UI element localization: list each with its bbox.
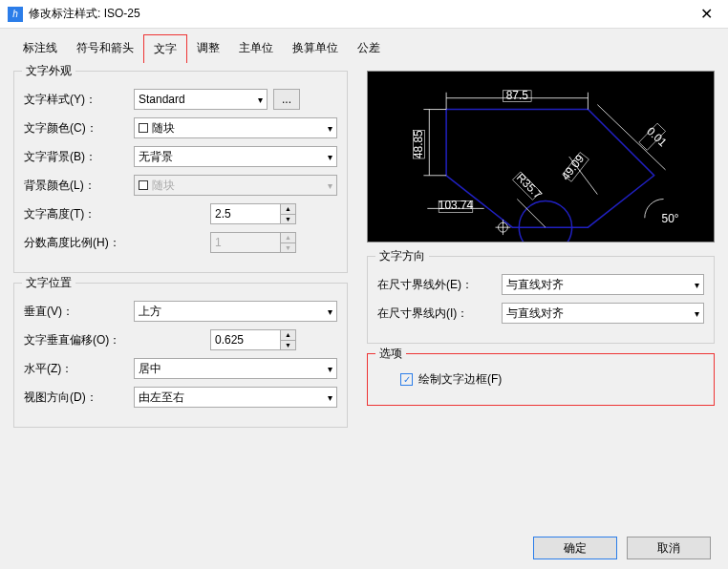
browse-style-button[interactable]: ...: [273, 89, 300, 110]
tab-bar: 标注线 符号和箭头 文字 调整 主单位 换算单位 公差: [0, 29, 728, 63]
spin-down-icon: ▼: [280, 215, 295, 224]
label-vertical: 垂直(V)：: [24, 304, 134, 320]
select-text-style[interactable]: Standard▾: [134, 89, 268, 110]
svg-text:87.5: 87.5: [506, 89, 528, 102]
chevron-down-icon: ▾: [328, 152, 332, 162]
tab-fit[interactable]: 调整: [187, 34, 229, 63]
chevron-down-icon: ▾: [328, 392, 332, 403]
cancel-button[interactable]: 取消: [627, 537, 711, 559]
svg-text:50°: 50°: [662, 212, 679, 225]
label-horizontal: 水平(Z)：: [24, 361, 134, 377]
color-swatch-icon: [139, 180, 148, 190]
select-vertical[interactable]: 上方▾: [134, 301, 337, 322]
spin-down-icon: ▼: [280, 243, 295, 253]
group-title-appearance: 文字外观: [22, 63, 75, 79]
tab-text[interactable]: 文字: [143, 34, 187, 63]
preview-pane: 87.5 48.85 0.01 R35.7 49.09 50° 103: [367, 71, 715, 242]
label-frac-scale: 分数高度比例(H)：: [24, 235, 210, 251]
group-direction: 文字方向 在尺寸界线外(E)： 与直线对齐▾ 在尺寸界线内(I)： 与直线对齐▾: [367, 256, 715, 344]
tab-arrows[interactable]: 符号和箭头: [67, 34, 143, 63]
svg-point-1: [519, 200, 571, 242]
spinner[interactable]: ▲▼: [280, 204, 295, 223]
ok-button[interactable]: 确定: [533, 537, 617, 559]
select-horizontal[interactable]: 居中▾: [134, 358, 337, 379]
close-button[interactable]: ✕: [693, 5, 720, 23]
tab-tol[interactable]: 公差: [348, 34, 390, 63]
spinner[interactable]: ▲▼: [280, 330, 295, 349]
spin-up-icon: ▲: [280, 204, 295, 215]
select-view-direction[interactable]: 由左至右▾: [134, 387, 337, 408]
window-title: 修改标注样式: ISO-25: [29, 6, 693, 22]
titlebar: h 修改标注样式: ISO-25 ✕: [0, 0, 728, 29]
chevron-down-icon: ▾: [328, 306, 332, 317]
group-position: 文字位置 垂直(V)： 上方▾ 文字垂直偏移(O)： 0.625▲▼ 水平(Z)…: [13, 283, 348, 428]
app-icon: h: [8, 7, 23, 22]
checkbox-draw-frame[interactable]: ✓: [400, 373, 413, 386]
group-options: 选项 ✓ 绘制文字边框(F): [367, 353, 715, 406]
input-vert-offset[interactable]: 0.625▲▼: [210, 329, 296, 350]
input-text-height[interactable]: 2.5▲▼: [210, 203, 296, 224]
spin-up-icon: ▲: [280, 233, 295, 243]
tab-dimline[interactable]: 标注线: [13, 34, 67, 63]
footer: 确定 取消: [533, 537, 711, 559]
tab-alt[interactable]: 换算单位: [283, 34, 348, 63]
label-outside-ext: 在尺寸界线外(E)：: [377, 277, 502, 293]
chevron-down-icon: ▾: [695, 280, 699, 290]
chevron-down-icon: ▾: [328, 123, 332, 134]
group-title-direction: 文字方向: [375, 248, 429, 264]
svg-marker-0: [446, 110, 654, 228]
spin-down-icon: ▼: [280, 341, 295, 350]
label-vert-offset: 文字垂直偏移(O)：: [24, 332, 210, 348]
group-title-position: 文字位置: [22, 275, 75, 291]
select-text-bg[interactable]: 无背景▾: [134, 146, 337, 167]
svg-text:48.85: 48.85: [412, 130, 425, 158]
select-bg-color: 随块▾: [134, 175, 337, 196]
spin-up-icon: ▲: [280, 330, 295, 341]
group-appearance: 文字外观 文字样式(Y)： Standard▾ ... 文字颜色(C)： 随块▾…: [13, 71, 348, 273]
label-view-direction: 视图方向(D)：: [24, 390, 134, 406]
chevron-down-icon: ▾: [328, 364, 332, 374]
input-frac-scale: 1▲▼: [210, 232, 296, 253]
content: 文字外观 文字样式(Y)： Standard▾ ... 文字颜色(C)： 随块▾…: [0, 63, 728, 451]
chevron-down-icon: ▾: [258, 95, 263, 105]
chevron-down-icon: ▾: [328, 180, 332, 191]
svg-text:103.74: 103.74: [439, 199, 474, 212]
color-swatch-icon: [139, 123, 148, 133]
label-draw-frame: 绘制文字边框(F): [418, 371, 502, 388]
label-inside-ext: 在尺寸界线内(I)：: [377, 306, 502, 322]
select-text-color[interactable]: 随块▾: [134, 117, 337, 138]
svg-text:0.01: 0.01: [644, 124, 670, 149]
tab-primary[interactable]: 主单位: [229, 34, 283, 63]
label-text-color: 文字颜色(C)：: [24, 120, 134, 137]
label-text-height: 文字高度(T)：: [24, 206, 210, 222]
select-inside-ext[interactable]: 与直线对齐▾: [502, 303, 704, 324]
select-outside-ext[interactable]: 与直线对齐▾: [502, 274, 704, 295]
group-title-options: 选项: [375, 346, 406, 362]
label-text-style: 文字样式(Y)：: [24, 92, 134, 108]
label-text-bg: 文字背景(B)：: [24, 149, 134, 165]
chevron-down-icon: ▾: [695, 308, 699, 319]
label-bg-color: 背景颜色(L)：: [24, 178, 134, 194]
svg-line-15: [517, 200, 546, 228]
